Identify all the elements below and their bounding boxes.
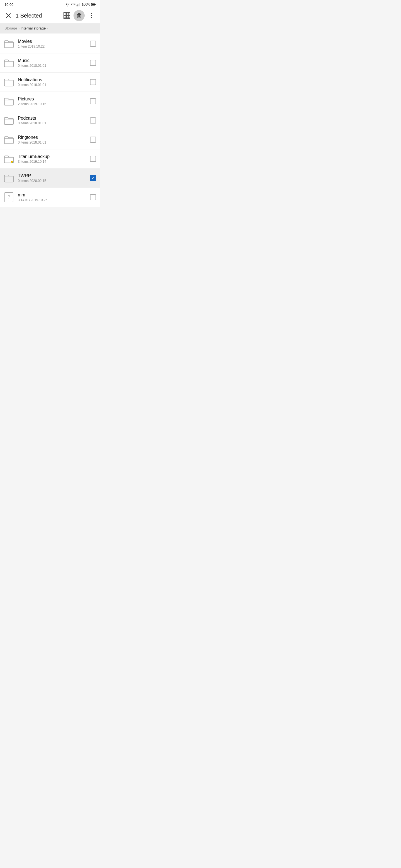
file-meta: 0 items 2018.01.01 [18, 83, 86, 87]
svg-rect-1 [78, 4, 79, 6]
svg-rect-18 [78, 14, 81, 18]
status-time: 10:00 [4, 2, 13, 7]
folder-icon [3, 134, 15, 145]
checkbox[interactable] [89, 97, 97, 105]
delete-icon [76, 12, 82, 19]
checkbox-empty [90, 136, 96, 143]
toolbar: 1 Selected [0, 8, 100, 23]
lte-icon: LTE [71, 3, 76, 6]
checkbox-empty [90, 117, 96, 124]
status-bar: 10:00 LTE 100% [0, 0, 100, 8]
folder-icon [3, 115, 15, 126]
file-name: Music [18, 58, 86, 63]
selection-title: 1 Selected [16, 12, 59, 19]
checkbox-checked: ✓ [90, 175, 96, 181]
file-meta: 0 items 2018.01.01 [18, 141, 86, 145]
file-meta: 3.14 KB 2019.10.25 [18, 198, 86, 202]
checkbox[interactable] [89, 155, 97, 163]
unknown-file-icon: ? [4, 192, 13, 202]
file-name: Notifications [18, 78, 86, 82]
titanium-badge-dot [10, 160, 13, 163]
file-name: Pictures [18, 96, 86, 101]
file-icon: ? [3, 192, 15, 203]
file-meta: 1 item 2019.10.22 [18, 44, 86, 49]
svg-rect-6 [92, 4, 95, 5]
folder-icon [3, 153, 15, 164]
more-button[interactable]: ⋮ [86, 10, 97, 21]
checkbox-empty [90, 41, 96, 47]
list-item[interactable]: TitaniumBackup 3 items 2019.10.14 [0, 149, 100, 168]
file-meta: 0 items 2018.01.01 [18, 121, 86, 125]
list-item[interactable]: Music 0 items 2018.01.01 [0, 54, 100, 72]
file-name: Podcasts [18, 116, 86, 121]
select-all-icon [63, 12, 70, 19]
file-list: Movies 1 item 2019.10.22 Music 0 items 2… [0, 34, 100, 207]
checkbox[interactable] [89, 117, 97, 124]
checkbox-empty [90, 98, 96, 104]
file-meta: 3 items 2019.10.14 [18, 160, 86, 163]
list-item[interactable]: TWRP 0 items 2020.02.15 ✓ [0, 168, 100, 188]
folder-icon [3, 57, 15, 68]
list-item[interactable]: Pictures 2 items 2019.10.15 [0, 92, 100, 111]
file-name: Movies [18, 39, 86, 44]
delete-button[interactable] [74, 10, 85, 21]
checkmark-icon: ✓ [91, 176, 95, 180]
file-meta: 0 items 2020.02.15 [18, 179, 86, 183]
list-item[interactable]: Movies 1 item 2019.10.22 [0, 34, 100, 54]
folder-icon [3, 38, 15, 49]
checkbox-empty [90, 156, 96, 162]
checkbox[interactable] [89, 40, 97, 48]
svg-rect-2 [79, 4, 79, 6]
breadcrumb-chevron-2: › [47, 26, 48, 30]
checkbox-empty [90, 79, 96, 85]
breadcrumb-chevron-1: › [18, 26, 20, 30]
checkbox-empty [90, 194, 96, 200]
signal-icon [77, 3, 81, 6]
checkbox-empty [90, 60, 96, 66]
battery-icon [91, 3, 96, 6]
breadcrumb-storage[interactable]: Storage [4, 26, 17, 30]
list-item[interactable]: ? mm 3.14 KB 2019.10.25 [0, 188, 100, 207]
folder-icon [3, 96, 15, 107]
select-all-button[interactable] [61, 10, 73, 21]
list-item[interactable]: Ringtones 0 items 2018.01.01 [0, 130, 100, 149]
file-name: mm [18, 192, 86, 197]
folder-icon [3, 173, 15, 184]
checkbox[interactable] [89, 78, 97, 86]
close-button[interactable] [3, 10, 13, 21]
svg-rect-3 [80, 3, 81, 6]
toolbar-actions: ⋮ [61, 10, 97, 21]
battery-percentage: 100% [82, 2, 90, 6]
wifi-icon [65, 3, 70, 6]
file-meta: 2 items 2019.10.15 [18, 102, 86, 106]
file-name: TitaniumBackup [18, 154, 86, 159]
list-item[interactable]: Notifications 0 items 2018.01.01 [0, 72, 100, 92]
breadcrumb-internal-storage[interactable]: Internal storage [21, 26, 46, 30]
more-icon: ⋮ [88, 12, 94, 19]
svg-rect-5 [95, 4, 96, 5]
checkbox[interactable] [89, 193, 97, 201]
file-name: Ringtones [18, 135, 86, 140]
list-item[interactable]: Podcasts 0 items 2018.01.01 [0, 111, 100, 130]
file-meta: 0 items 2018.01.01 [18, 64, 86, 68]
folder-icon [3, 76, 15, 88]
checkbox[interactable]: ✓ [89, 174, 97, 182]
svg-rect-0 [77, 5, 78, 6]
breadcrumb: Storage › Internal storage › [0, 23, 100, 33]
file-name: TWRP [18, 173, 86, 178]
checkbox[interactable] [89, 136, 97, 144]
status-icons: LTE 100% [65, 2, 96, 6]
checkbox[interactable] [89, 59, 97, 67]
